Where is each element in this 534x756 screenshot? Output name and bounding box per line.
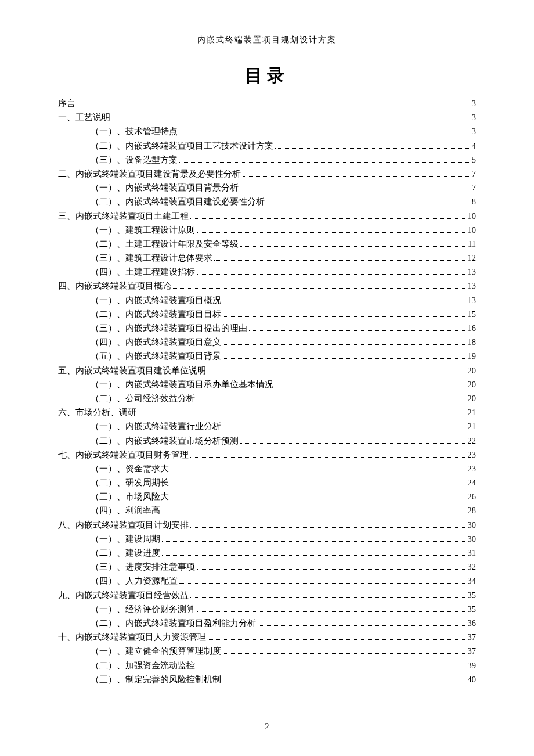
toc-entry[interactable]: （三）、制定完善的风险控制机制40 xyxy=(58,675,476,684)
toc-leader-dots xyxy=(223,423,466,429)
toc-entry[interactable]: （五）、内嵌式终端装置项目背景19 xyxy=(58,352,476,361)
toc-entry[interactable]: 三、内嵌式终端装置项目土建工程10 xyxy=(58,212,476,221)
toc-entry-label: （二）、公司经济效益分析 xyxy=(91,394,195,403)
toc-entry-page: 20 xyxy=(468,366,477,375)
toc-entry[interactable]: （二）、内嵌式终端装置项目建设必要性分析8 xyxy=(58,197,476,206)
toc-entry-label: （五）、内嵌式终端装置项目背景 xyxy=(91,352,221,361)
toc-entry-label: （四）、人力资源配置 xyxy=(91,577,178,585)
toc-entry-label: （三）、建筑工程设计总体要求 xyxy=(91,254,212,262)
toc-entry[interactable]: 八、内嵌式终端装置项目计划安排30 xyxy=(58,521,476,530)
toc-entry-label: 二、内嵌式终端装置项目建设背景及必要性分析 xyxy=(58,170,241,178)
toc-entry[interactable]: （二）、建设进度31 xyxy=(58,549,476,557)
toc-entry-page: 22 xyxy=(468,437,477,445)
toc-entry[interactable]: 序言3 xyxy=(58,99,476,108)
toc-entry-label: 五、内嵌式终端装置项目建设单位说明 xyxy=(58,366,206,375)
toc-entry-label: （三）、市场风险大 xyxy=(91,492,169,501)
toc-leader-dots xyxy=(240,184,470,190)
toc-entry[interactable]: （二）、内嵌式终端装置项目盈利能力分析36 xyxy=(58,619,476,628)
toc-entry-page: 16 xyxy=(468,324,477,333)
toc-entry-page: 12 xyxy=(468,254,477,262)
toc-leader-dots xyxy=(275,142,470,148)
toc-entry-page: 4 xyxy=(472,142,476,150)
toc-entry[interactable]: （二）、土建工程设计年限及安全等级11 xyxy=(58,240,476,249)
toc-entry-page: 21 xyxy=(468,422,477,431)
toc-entry-label: （二）、建设进度 xyxy=(91,549,160,557)
toc-entry-label: （二）、内嵌式终端装置项目建设必要性分析 xyxy=(91,197,265,206)
toc-entry[interactable]: 二、内嵌式终端装置项目建设背景及必要性分析7 xyxy=(58,170,476,178)
toc-leader-dots xyxy=(223,647,466,654)
toc-entry[interactable]: （二）、内嵌式终端装置市场分析预测22 xyxy=(58,437,476,445)
toc-entry-label: （一）、内嵌式终端装置项目概况 xyxy=(91,296,221,305)
toc-entry-label: （一）、建筑工程设计原则 xyxy=(91,226,195,235)
toc-leader-dots xyxy=(197,395,466,401)
toc-entry-page: 31 xyxy=(468,549,477,557)
toc-leader-dots xyxy=(171,465,466,471)
toc-entry[interactable]: （三）、建筑工程设计总体要求12 xyxy=(58,254,476,262)
toc-entry-label: 八、内嵌式终端装置项目计划安排 xyxy=(58,521,189,530)
toc-entry[interactable]: （三）、设备选型方案5 xyxy=(58,156,476,164)
toc-entry[interactable]: （二）、内嵌式终端装置项目工艺技术设计方案4 xyxy=(58,142,476,150)
toc-entry-page: 36 xyxy=(468,619,477,628)
toc-entry[interactable]: 九、内嵌式终端装置项目经营效益35 xyxy=(58,591,476,600)
toc-entry[interactable]: （一）、资金需求大23 xyxy=(58,465,476,473)
toc-entry-label: 九、内嵌式终端装置项目经营效益 xyxy=(58,591,189,600)
toc-entry[interactable]: （二）、加强资金流动监控39 xyxy=(58,661,476,670)
toc-entry[interactable]: 六、市场分析、调研21 xyxy=(58,408,476,417)
toc-entry[interactable]: （一）、建筑工程设计原则10 xyxy=(58,226,476,235)
toc-leader-dots xyxy=(173,282,466,289)
toc-entry[interactable]: 七、内嵌式终端装置项目财务管理23 xyxy=(58,451,476,459)
toc-entry-label: （一）、内嵌式终端装置行业分析 xyxy=(91,422,221,431)
toc-leader-dots xyxy=(190,212,466,218)
toc-entry[interactable]: （二）、研发周期长24 xyxy=(58,478,476,487)
toc-entry[interactable]: （三）、内嵌式终端装置项目提出的理由16 xyxy=(58,324,476,333)
toc-entry-label: 三、内嵌式终端装置项目土建工程 xyxy=(58,212,189,221)
toc-leader-dots xyxy=(138,409,466,415)
toc-leader-dots xyxy=(77,100,470,106)
toc-entry[interactable]: （三）、市场风险大26 xyxy=(58,492,476,501)
toc-leader-dots xyxy=(275,381,466,387)
toc-entry[interactable]: （三）、进度安排注意事项32 xyxy=(58,563,476,571)
toc-leader-dots xyxy=(162,507,466,513)
toc-entry[interactable]: （一）、技术管理特点3 xyxy=(58,127,476,136)
toc-entry-page: 23 xyxy=(468,465,477,473)
toc-leader-dots xyxy=(190,451,466,458)
toc-entry-label: （一）、内嵌式终端装置项目背景分析 xyxy=(91,183,239,192)
toc-entry[interactable]: （四）、土建工程建设指标13 xyxy=(58,268,476,276)
toc-entry-page: 11 xyxy=(468,240,476,249)
toc-entry[interactable]: （二）、公司经济效益分析20 xyxy=(58,394,476,403)
toc-leader-dots xyxy=(266,198,470,204)
toc-entry-label: （二）、加强资金流动监控 xyxy=(91,661,195,670)
toc-entry-page: 34 xyxy=(468,577,477,585)
toc-entry[interactable]: 十、内嵌式终端装置项目人力资源管理37 xyxy=(58,633,476,642)
toc-entry-page: 3 xyxy=(472,113,476,122)
toc-entry-page: 19 xyxy=(468,352,477,361)
toc-entry[interactable]: （四）、利润率高28 xyxy=(58,506,476,515)
document-page: 内嵌式终端装置项目规划设计方案 目录 序言3一、工艺说明3（一）、技术管理特点3… xyxy=(0,0,534,756)
toc-entry-page: 18 xyxy=(468,338,477,347)
toc-entry-page: 40 xyxy=(468,675,477,684)
toc-entry-label: （二）、研发周期长 xyxy=(91,478,169,487)
toc-entry-label: （二）、内嵌式终端装置市场分析预测 xyxy=(91,437,239,445)
toc-entry-page: 13 xyxy=(468,282,477,290)
toc-entry[interactable]: （一）、建立健全的预算管理制度37 xyxy=(58,647,476,656)
toc-entry[interactable]: （一）、经济评价财务测算35 xyxy=(58,605,476,614)
toc-entry[interactable]: （一）、内嵌式终端装置项目背景分析7 xyxy=(58,183,476,192)
toc-entry[interactable]: （二）、内嵌式终端装置项目目标15 xyxy=(58,310,476,319)
toc-leader-dots xyxy=(243,170,470,177)
toc-entry-page: 37 xyxy=(468,633,477,642)
toc-entry-page: 13 xyxy=(468,296,477,305)
toc-entry[interactable]: （一）、内嵌式终端装置项目概况13 xyxy=(58,296,476,305)
toc-leader-dots xyxy=(197,606,466,612)
toc-leader-dots xyxy=(162,535,466,542)
toc-entry[interactable]: （一）、内嵌式终端装置行业分析21 xyxy=(58,422,476,431)
toc-entry-label: （三）、设备选型方案 xyxy=(91,156,178,164)
toc-entry[interactable]: 五、内嵌式终端装置项目建设单位说明20 xyxy=(58,366,476,375)
toc-entry[interactable]: （四）、内嵌式终端装置项目意义18 xyxy=(58,338,476,347)
toc-entry[interactable]: 一、工艺说明3 xyxy=(58,113,476,122)
toc-entry[interactable]: 四、内嵌式终端装置项目概论13 xyxy=(58,282,476,290)
toc-entry[interactable]: （四）、人力资源配置34 xyxy=(58,577,476,585)
toc-leader-dots xyxy=(240,240,466,247)
toc-entry[interactable]: （一）、内嵌式终端装置项目承办单位基本情况20 xyxy=(58,380,476,389)
toc-entry-label: （三）、内嵌式终端装置项目提出的理由 xyxy=(91,324,247,333)
toc-entry[interactable]: （一）、建设周期30 xyxy=(58,535,476,543)
